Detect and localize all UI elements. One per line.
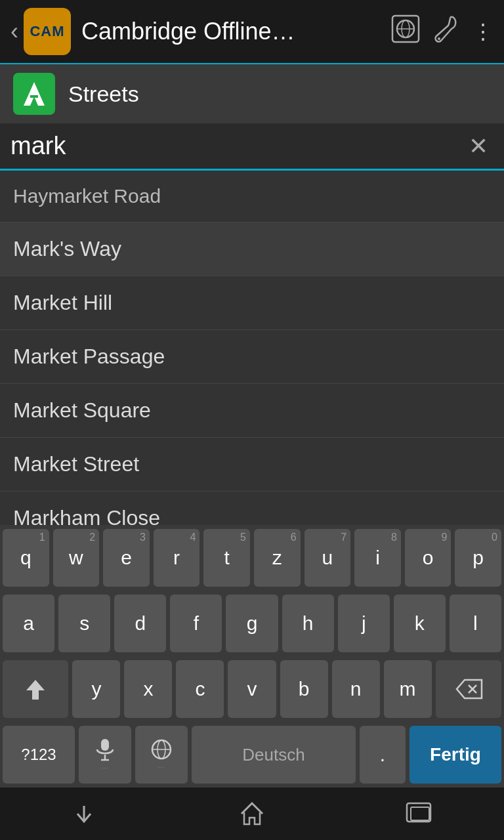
done-key[interactable]: Fertig	[410, 726, 501, 784]
key-k[interactable]: k	[394, 595, 446, 652]
overflow-menu-button[interactable]: ⋮	[472, 19, 494, 44]
streets-label: Streets	[68, 81, 139, 107]
microphone-key[interactable]: ···	[79, 726, 131, 784]
done-label: Fertig	[430, 744, 481, 765]
keyboard-row-2: asdfghjkl	[0, 591, 504, 656]
key-b[interactable]: b	[280, 660, 328, 718]
globe-dots: ···	[158, 762, 165, 772]
period-label: .	[380, 744, 385, 766]
key-number: 8	[391, 532, 397, 543]
key-e[interactable]: 3e	[103, 529, 150, 587]
key-s[interactable]: s	[58, 595, 110, 652]
app-logo-text: CAM	[30, 23, 64, 40]
svg-point-4	[438, 37, 440, 40]
key-v[interactable]: v	[228, 660, 276, 718]
globe-key[interactable]: ···	[135, 726, 188, 784]
svg-rect-16	[411, 807, 429, 820]
key-p[interactable]: 0p	[455, 529, 501, 587]
key-h[interactable]: h	[282, 595, 334, 652]
shift-key[interactable]	[3, 660, 68, 718]
suggestion-item[interactable]: Market Street	[0, 438, 504, 492]
clear-search-button[interactable]: ✕	[463, 130, 494, 163]
map-globe-button[interactable]	[391, 14, 420, 49]
key-g[interactable]: g	[226, 595, 278, 652]
keyboard-row-4: ?123 ··· ··· Deutsch	[0, 722, 504, 788]
suggestion-item[interactable]: Market Square	[0, 384, 504, 438]
app-title: Cambridge Offline…	[81, 18, 391, 45]
key-a[interactable]: a	[3, 595, 54, 652]
nav-recents-button[interactable]	[394, 794, 446, 833]
key-number: 7	[341, 532, 346, 543]
nav-home-button[interactable]	[226, 794, 278, 833]
key-u[interactable]: 7u	[304, 529, 351, 587]
key-number: 6	[291, 532, 297, 543]
backspace-key[interactable]	[436, 660, 501, 718]
app-logo: CAM	[24, 8, 71, 55]
space-label: Deutsch	[242, 745, 304, 765]
key-number: 1	[39, 532, 45, 543]
suggestion-item[interactable]: Market Passage	[0, 330, 504, 384]
app-bar: ‹ CAM Cambridge Offline… ⋮	[0, 0, 504, 64]
streets-icon	[13, 73, 55, 115]
space-key[interactable]: Deutsch	[192, 726, 356, 784]
keyboard-row-3: yxcvbnm	[0, 656, 504, 722]
mic-dots: ···	[102, 763, 109, 772]
key-i[interactable]: 8i	[354, 529, 401, 587]
streets-header: Streets	[0, 64, 504, 123]
keyboard: 1q2w3e4r5t6z7u8i9o0p asdfghjkl yxcvbnm ?…	[0, 525, 504, 788]
settings-wrench-button[interactable]	[433, 14, 459, 49]
numbers-label: ?123	[21, 746, 56, 764]
key-l[interactable]: l	[450, 595, 501, 652]
key-t[interactable]: 5t	[203, 529, 250, 587]
key-number: 4	[190, 532, 196, 543]
suggestion-item[interactable]: Market Hill	[0, 276, 504, 330]
svg-rect-5	[30, 95, 38, 98]
keyboard-row-1: 1q2w3e4r5t6z7u8i9o0p	[0, 525, 504, 591]
key-number: 9	[441, 532, 447, 543]
key-c[interactable]: c	[176, 660, 224, 718]
key-n[interactable]: n	[332, 660, 380, 718]
key-y[interactable]: y	[72, 660, 120, 718]
key-number: 2	[89, 532, 95, 543]
numbers-key[interactable]: ?123	[3, 726, 75, 784]
key-z[interactable]: 6z	[254, 529, 301, 587]
key-q[interactable]: 1q	[3, 529, 49, 587]
toolbar-icons: ⋮	[391, 14, 494, 49]
svg-rect-6	[32, 697, 39, 700]
key-number: 5	[240, 532, 246, 543]
suggestion-item[interactable]: Haymarket Road	[0, 171, 504, 222]
search-bar: ✕	[0, 123, 504, 171]
key-o[interactable]: 9o	[405, 529, 452, 587]
svg-rect-9	[101, 739, 109, 751]
period-key[interactable]: .	[360, 726, 406, 784]
key-r[interactable]: 4r	[154, 529, 200, 587]
suggestion-item[interactable]: Mark's Way	[0, 222, 504, 276]
key-f[interactable]: f	[170, 595, 222, 652]
key-x[interactable]: x	[124, 660, 172, 718]
search-input[interactable]	[10, 132, 463, 160]
key-number: 0	[492, 532, 497, 543]
key-j[interactable]: j	[338, 595, 390, 652]
key-m[interactable]: m	[384, 660, 432, 718]
key-w[interactable]: 2w	[53, 529, 100, 587]
nav-bar	[0, 788, 504, 840]
content-area: Streets ✕ Haymarket RoadMark's WayMarket…	[0, 64, 504, 840]
back-button[interactable]: ‹	[10, 18, 18, 45]
nav-back-button[interactable]	[58, 794, 110, 833]
key-number: 3	[140, 532, 146, 543]
key-d[interactable]: d	[114, 595, 166, 652]
